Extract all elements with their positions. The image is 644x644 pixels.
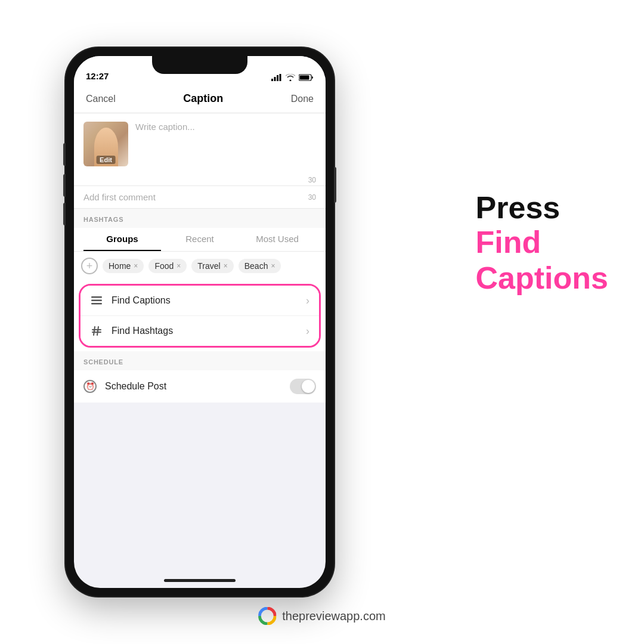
footer: thepreviewapp.com: [258, 607, 385, 625]
status-icons: [271, 74, 314, 81]
tab-recent[interactable]: Recent: [161, 228, 239, 251]
hashtag-symbol-icon: [91, 326, 102, 336]
hashtags-label: HASHTAGS: [74, 216, 326, 228]
hashtag-icon: [90, 324, 103, 338]
caption-input-area[interactable]: Write caption...: [128, 122, 316, 166]
find-captions-label: Find Captions: [112, 295, 306, 306]
right-side-text: Press Find Captions: [476, 191, 608, 296]
caption-char-count: 30: [308, 176, 316, 184]
comment-area[interactable]: Add first comment 30: [74, 186, 326, 209]
svg-rect-6: [91, 296, 102, 298]
tag-chip-home[interactable]: Home ×: [103, 259, 144, 273]
preview-app-logo: [258, 607, 276, 625]
svg-rect-3: [280, 74, 281, 81]
hashtag-tabs: Groups Recent Most Used: [74, 228, 326, 252]
tag-chip-beach[interactable]: Beach ×: [239, 259, 281, 273]
toggle-thumb: [302, 380, 315, 393]
phone-screen: 12:27: [74, 56, 326, 588]
phone-mockup: 12:27: [66, 48, 334, 596]
svg-rect-8: [91, 303, 102, 305]
wifi-icon: [286, 74, 295, 81]
tag-chip-food[interactable]: Food ×: [148, 259, 187, 273]
phone-notch: [152, 56, 247, 74]
content-area: Edit Write caption... 30 Add first comme…: [74, 113, 326, 402]
tab-groups[interactable]: Groups: [83, 228, 161, 251]
edit-label[interactable]: Edit: [96, 156, 116, 164]
tag-chip-travel[interactable]: Travel ×: [191, 259, 233, 273]
schedule-label: SCHEDULE: [74, 358, 326, 370]
remove-home-tag[interactable]: ×: [134, 262, 138, 270]
captions-label: Captions: [476, 261, 608, 296]
page-title: Caption: [183, 92, 223, 105]
remove-travel-tag[interactable]: ×: [224, 262, 228, 270]
schedule-toggle[interactable]: [290, 379, 316, 394]
find-captions-row[interactable]: Find Captions ›: [80, 286, 319, 315]
tab-most-used[interactable]: Most Used: [239, 228, 316, 251]
press-label: Press: [476, 191, 608, 225]
schedule-row: ⏰ Schedule Post: [74, 370, 326, 402]
signal-icon: [271, 74, 282, 81]
home-indicator: [164, 579, 236, 582]
footer-url: thepreviewapp.com: [282, 609, 385, 623]
menu-lines-icon: [91, 296, 102, 305]
lines-icon: [90, 294, 103, 307]
find-hashtags-label: Find Hashtags: [112, 326, 306, 336]
tag-chip-home-label: Home: [109, 261, 131, 271]
find-hashtags-chevron-icon: ›: [306, 325, 309, 338]
cancel-button[interactable]: Cancel: [86, 94, 116, 104]
comment-placeholder: Add first comment: [83, 192, 156, 202]
find-highlight-box: Find Captions › Find Hashtags ›: [79, 284, 321, 348]
remove-beach-tag[interactable]: ×: [271, 262, 275, 270]
add-tag-button[interactable]: +: [81, 258, 98, 274]
tag-chip-travel-label: Travel: [197, 261, 220, 271]
find-hashtags-row[interactable]: Find Hashtags ›: [80, 315, 319, 346]
caption-char-count-row: 30: [74, 175, 326, 186]
find-label: Find: [476, 225, 608, 261]
battery-icon: [299, 74, 314, 81]
hashtags-section: HASHTAGS Groups Recent Most Used + Home …: [74, 209, 326, 280]
svg-rect-7: [91, 300, 102, 302]
tag-chips-row: + Home × Food × Travel × Beach: [74, 252, 326, 280]
comment-char-count: 30: [308, 193, 316, 202]
svg-rect-2: [277, 75, 278, 81]
done-button[interactable]: Done: [291, 94, 314, 104]
svg-rect-1: [274, 77, 276, 81]
photo-thumbnail[interactable]: Edit: [83, 122, 128, 166]
status-time: 12:27: [86, 71, 109, 81]
nav-bar: Cancel Caption Done: [74, 85, 326, 113]
find-captions-chevron-icon: ›: [306, 295, 309, 307]
schedule-section: SCHEDULE ⏰ Schedule Post: [74, 351, 326, 402]
tag-chip-beach-label: Beach: [244, 261, 268, 271]
svg-rect-0: [271, 79, 273, 81]
caption-placeholder: Write caption...: [135, 122, 195, 132]
schedule-post-label: Schedule Post: [105, 381, 290, 392]
remove-food-tag[interactable]: ×: [177, 262, 181, 270]
tag-chip-food-label: Food: [154, 261, 174, 271]
svg-rect-5: [300, 76, 309, 80]
caption-area: Edit Write caption...: [74, 113, 326, 175]
clock-icon: ⏰: [83, 380, 97, 393]
